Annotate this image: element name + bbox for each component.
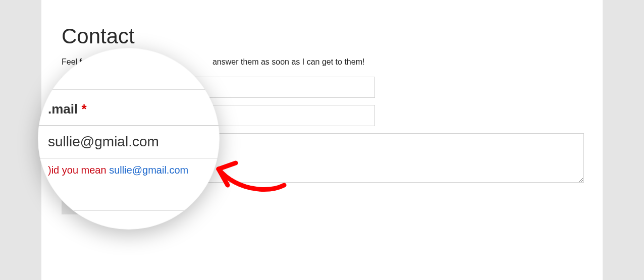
email-input-zoomed-wrap bbox=[38, 125, 220, 158]
email-suggestion: )id you mean sullie@gmail.com bbox=[38, 158, 220, 182]
email-input-zoomed[interactable] bbox=[48, 134, 209, 150]
magnifier-lens: .mail * )id you mean sullie@gmail.com bbox=[38, 48, 220, 230]
intro-suffix: answer them as soon as I can get to them… bbox=[212, 58, 365, 66]
suggestion-question: )id you mean bbox=[48, 164, 109, 176]
lens-divider bbox=[38, 89, 220, 90]
email-label-text: .mail bbox=[48, 101, 78, 117]
required-asterisk: * bbox=[78, 101, 86, 117]
email-label-zoomed: .mail * bbox=[38, 79, 220, 125]
suggestion-link[interactable]: sullie@gmail.com bbox=[109, 164, 188, 176]
